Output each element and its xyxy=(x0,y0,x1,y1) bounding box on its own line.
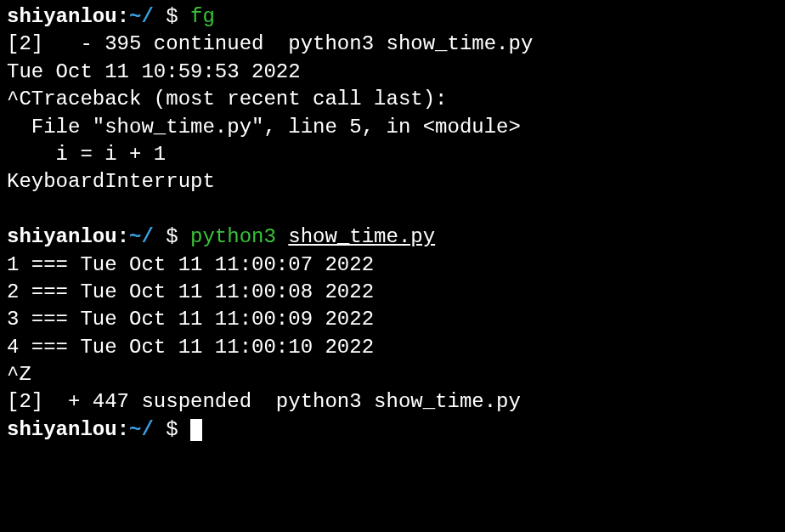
prompt-user: shiyanlou xyxy=(7,225,117,248)
prompt-path: ~/ xyxy=(129,5,154,28)
traceback-header: ^CTraceback (most recent call last): xyxy=(7,86,778,113)
output-line-4: 4 === Tue Oct 11 11:00:10 2022 xyxy=(7,334,778,361)
prompt-spacer xyxy=(154,418,166,441)
prompt-path: ~/ xyxy=(129,418,154,441)
prompt-line-1: shiyanlou:~/ $ fg xyxy=(7,3,778,31)
prompt-symbol: $ xyxy=(166,418,178,441)
prompt-symbol: $ xyxy=(166,5,178,28)
command-arg[interactable]: show_time.py xyxy=(288,225,435,248)
prompt-symbol: $ xyxy=(166,225,178,248)
prompt-line-2: shiyanlou:~/ $ python3 show_time.py xyxy=(7,224,778,251)
prompt-colon: : xyxy=(117,5,129,28)
output-line-3: 3 === Tue Oct 11 11:00:09 2022 xyxy=(7,306,778,333)
prompt-spacer xyxy=(154,5,166,28)
prompt-path: ~/ xyxy=(129,225,154,248)
prompt-user: shiyanlou xyxy=(7,5,117,28)
prompt-spacer xyxy=(154,225,166,248)
blank-line xyxy=(7,196,778,224)
cursor-icon[interactable] xyxy=(190,419,202,441)
traceback-file-line: File "show_time.py", line 5, in <module> xyxy=(7,114,778,141)
prompt-colon: : xyxy=(117,225,129,248)
traceback-error-line: KeyboardInterrupt xyxy=(7,168,778,195)
prompt-colon: : xyxy=(117,418,129,441)
timestamp-line: Tue Oct 11 10:59:53 2022 xyxy=(7,59,778,86)
prompt-line-3[interactable]: shiyanlou:~/ $ xyxy=(7,416,778,444)
command-fg[interactable]: fg xyxy=(190,5,215,28)
output-line-2: 2 === Tue Oct 11 11:00:08 2022 xyxy=(7,279,778,306)
suspend-message: [2] + 447 suspended python3 show_time.py xyxy=(7,388,778,416)
command-python3[interactable]: python3 xyxy=(190,225,276,248)
job-continued-line: [2] - 395 continued python3 show_time.py xyxy=(7,31,778,58)
suspend-signal: ^Z xyxy=(7,361,778,388)
output-line-1: 1 === Tue Oct 11 11:00:07 2022 xyxy=(7,252,778,279)
traceback-code-line: i = i + 1 xyxy=(7,141,778,168)
prompt-user: shiyanlou xyxy=(7,418,117,441)
